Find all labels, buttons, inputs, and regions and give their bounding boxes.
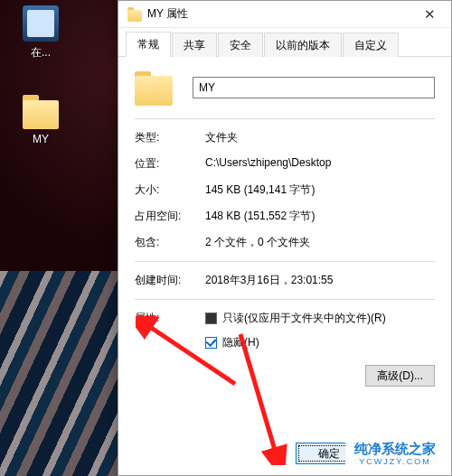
checkbox-icon	[205, 337, 217, 349]
window-title: MY 属性	[147, 6, 413, 22]
label-contains: 包含:	[135, 235, 205, 250]
tab-panel-general: 类型:文件夹 位置:C:\Users\zhipeng\Desktop 大小:14…	[118, 57, 451, 475]
checkbox-icon	[205, 313, 217, 324]
label-size: 大小:	[135, 182, 205, 198]
readonly-label: 只读(仅应用于文件夹中的文件)(R)	[222, 311, 386, 326]
separator	[135, 299, 435, 300]
folder-icon	[127, 7, 142, 22]
tab-general[interactable]: 常规	[126, 32, 171, 57]
tab-customize[interactable]: 自定义	[343, 33, 399, 57]
label-type: 类型:	[135, 130, 205, 145]
tab-sharing[interactable]: 共享	[172, 33, 217, 57]
label-attributes: 属性:	[135, 311, 205, 387]
desktop-item-label: MY	[33, 133, 49, 145]
label-size-on-disk: 占用空间:	[135, 209, 205, 224]
desktop-item-pc[interactable]: 在...	[9, 5, 72, 61]
label-created: 创建时间:	[135, 273, 205, 288]
pc-icon	[23, 5, 59, 42]
folder-icon	[135, 70, 173, 106]
value-size: 145 KB (149,141 字节)	[205, 182, 435, 198]
hidden-label: 隐藏(H)	[222, 335, 259, 350]
advanced-button[interactable]: 高级(D)...	[365, 365, 435, 387]
value-contains: 2 个文件，0 个文件夹	[205, 235, 435, 250]
tab-strip: 常规 共享 安全 以前的版本 自定义	[118, 32, 451, 57]
value-size-on-disk: 148 KB (151,552 字节)	[205, 209, 435, 224]
readonly-checkbox-row[interactable]: 只读(仅应用于文件夹中的文件)(R)	[205, 311, 435, 326]
close-icon: ✕	[424, 6, 436, 23]
folder-icon	[23, 93, 59, 129]
folder-name-input[interactable]	[193, 77, 435, 98]
desktop-item-label: 在...	[31, 45, 51, 61]
label-location: 位置:	[135, 156, 205, 172]
desktop-item-folder[interactable]: MY	[9, 84, 72, 145]
value-created: 2018年3月16日，23:01:55	[205, 273, 435, 288]
value-type: 文件夹	[205, 130, 435, 145]
watermark-en: YCWJZY.COM	[359, 457, 430, 467]
tab-security[interactable]: 安全	[218, 33, 263, 57]
separator	[135, 261, 435, 262]
watermark: 纯净系统之家 YCWJZY.COM	[345, 437, 445, 471]
hidden-checkbox-row[interactable]: 隐藏(H)	[205, 335, 435, 350]
value-location: C:\Users\zhipeng\Desktop	[205, 156, 435, 172]
separator	[135, 118, 435, 119]
properties-dialog: MY 属性 ✕ 常规 共享 安全 以前的版本 自定义 类型:文件夹 位置:C:\…	[118, 0, 452, 476]
tab-previous-versions[interactable]: 以前的版本	[264, 33, 342, 57]
close-button[interactable]: ✕	[413, 2, 446, 27]
titlebar[interactable]: MY 属性 ✕	[118, 1, 451, 28]
desktop-icons: 在... MY	[0, 0, 108, 145]
watermark-cn: 纯净系统之家	[354, 441, 436, 457]
